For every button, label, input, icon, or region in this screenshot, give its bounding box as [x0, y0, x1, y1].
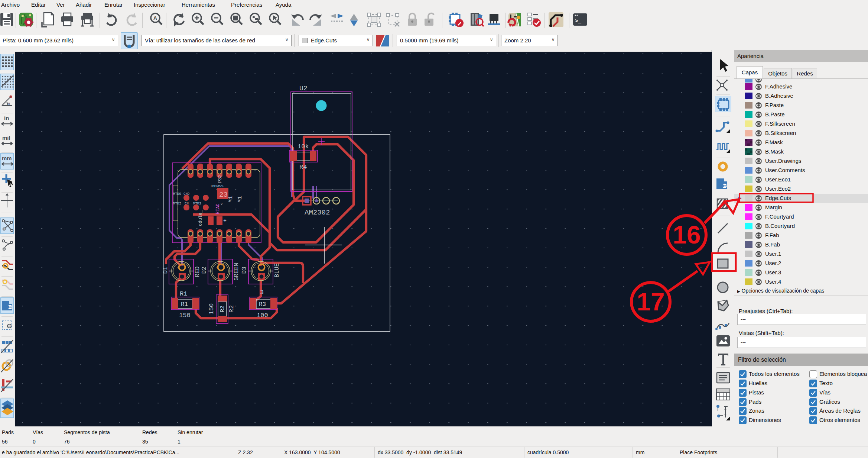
svg-text:3: 3 — [260, 289, 264, 296]
svg-text:P32: P32 — [217, 174, 223, 183]
svg-text:U2: U2 — [299, 85, 308, 92]
svg-text:D1: D1 — [162, 267, 169, 274]
svg-text:x: x — [221, 203, 222, 206]
svg-text:M1: M1 — [228, 196, 234, 203]
svg-text:>_: >_ — [575, 18, 581, 24]
svg-text:R1: R1 — [181, 301, 188, 308]
svg-text:23: 23 — [219, 191, 228, 199]
svg-text:MTDI: MTDI — [173, 202, 181, 206]
svg-text:MTMS: MTMS — [193, 202, 201, 206]
svg-text:R2: R2 — [228, 305, 235, 313]
svg-text:MTDO: MTDO — [173, 192, 181, 196]
svg-text:D3: D3 — [241, 267, 248, 274]
svg-text:THERMAL: THERMAL — [210, 184, 224, 188]
svg-text:RIAD: RIAD — [215, 203, 221, 214]
svg-text:M1: M1 — [237, 196, 243, 203]
svg-text:GND: GND — [183, 192, 189, 196]
svg-text:10k: 10k — [298, 143, 309, 150]
svg-text:R4: R4 — [299, 164, 307, 171]
svg-text:R2: R2 — [220, 306, 226, 312]
svg-text:150: 150 — [179, 312, 191, 319]
svg-text:GREEN: GREEN — [233, 263, 240, 281]
svg-text:θ: θ — [8, 101, 10, 106]
svg-text:A: A — [153, 15, 157, 21]
svg-text:mm: mm — [2, 155, 12, 161]
svg-text:in: in — [4, 115, 9, 121]
svg-text:mil: mil — [2, 135, 10, 141]
svg-text:R1: R1 — [180, 290, 187, 297]
svg-text:D2: D2 — [201, 267, 208, 274]
svg-text:+: + — [223, 218, 227, 224]
svg-text:EN: EN — [185, 202, 189, 206]
svg-text:odule_: odule_ — [198, 210, 203, 226]
svg-text:R3: R3 — [259, 301, 266, 308]
svg-text:BLUE: BLUE — [274, 263, 280, 277]
svg-text:AM2302: AM2302 — [305, 209, 330, 217]
svg-text:RED: RED — [194, 267, 201, 277]
svg-text:150: 150 — [208, 303, 215, 315]
svg-text:100: 100 — [257, 312, 268, 319]
